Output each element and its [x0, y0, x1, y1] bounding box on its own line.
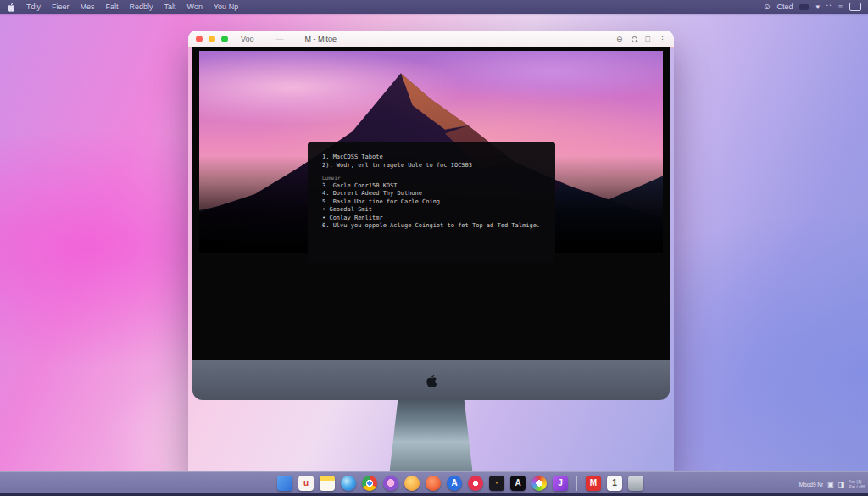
search-icon[interactable]: [632, 36, 637, 42]
display-icon[interactable]: ▣: [827, 481, 834, 488]
notes-dock-icon[interactable]: [320, 476, 335, 491]
orange-app-dock-icon[interactable]: [404, 476, 420, 491]
note-line: 1. MacCDSS Tabote: [322, 153, 547, 162]
menu-item-you-np[interactable]: You Np: [214, 3, 238, 11]
zoom-button[interactable]: [221, 36, 228, 42]
dock-status-line2: Pat / c8ff: [849, 484, 865, 489]
palette-app-dock-icon[interactable]: [531, 476, 547, 491]
clock-icon[interactable]: ⊙: [764, 3, 771, 11]
status-label: Cted: [776, 3, 793, 11]
new-window-icon[interactable]: □: [646, 35, 650, 43]
desktop: TdiyFieerMesFaltRedblyTaltWonYou Np ⊙ Ct…: [0, 0, 868, 496]
more-icon[interactable]: ⋮: [659, 35, 666, 43]
note-line: 5. Basle Uhr tine for Carle Coing: [322, 198, 547, 207]
chrome-dock-icon[interactable]: [362, 476, 377, 491]
menu-item-mes[interactable]: Mes: [81, 3, 95, 11]
note-line: 2). Wodr, erl tn ragele Uole to foc IOCS…: [322, 162, 547, 170]
apple-logo: [426, 374, 437, 387]
red-m-app-dock-icon[interactable]: M: [586, 476, 601, 491]
menu-item-redbly[interactable]: Redbly: [130, 3, 153, 11]
mail-app-glyph: u: [303, 479, 309, 488]
window-title: M - Mitoe: [305, 35, 337, 43]
titlebar-separator: —: [276, 35, 283, 43]
app-store-glyph: A: [451, 479, 457, 488]
dock-status-label: Mbod9 Nr: [799, 482, 824, 488]
app-store-dock-icon[interactable]: A: [447, 476, 462, 491]
red-orange-app-dock-icon[interactable]: [426, 476, 441, 491]
dots-icon[interactable]: ∷: [826, 3, 832, 11]
menu-bar: TdiyFieerMesFaltRedblyTaltWonYou Np ⊙ Ct…: [0, 0, 868, 14]
menu-item-tdiy[interactable]: Tdiy: [26, 3, 41, 11]
trash-dock-icon[interactable]: [628, 476, 643, 491]
note-line: Lumeir: [322, 174, 547, 182]
imac-screen: 1. MacCDSS Tabote2). Wodr, erl tn ragele…: [192, 47, 670, 360]
mail-app-dock-icon[interactable]: u: [298, 476, 314, 491]
dock: uA∙AJM1 Mbod9 Nr ▣ ◨ Am (3) Pat / c8ff: [0, 471, 868, 496]
notes-overlay-panel: 1. MacCDSS Tabote2). Wodr, erl tn ragele…: [308, 142, 555, 263]
note-line: • Geoedal Smit: [322, 206, 547, 215]
dock-status-lines: Am (3) Pat / c8ff: [849, 479, 865, 489]
dock-separator: [576, 476, 577, 491]
menu-items: TdiyFieerMesFaltRedblyTaltWonYou Np: [26, 3, 238, 11]
dock-icon-row: uA∙AJM1: [277, 476, 643, 491]
terminal-dark-dock-icon[interactable]: ∙: [489, 476, 504, 491]
apple-menu-icon[interactable]: [7, 3, 14, 12]
minimize-button[interactable]: [209, 36, 215, 42]
imac-chin: [192, 360, 670, 400]
window-titlebar[interactable]: Voo — M - Mitoe ⊖ □ ⋮: [188, 31, 674, 48]
dock-status-area: Mbod9 Nr ▣ ◨ Am (3) Pat / c8ff: [799, 474, 865, 494]
note-line: 3. Garle Conr150 KOST: [322, 182, 547, 191]
dark-a-app-dock-icon[interactable]: A: [510, 476, 526, 491]
calendar-dock-icon[interactable]: 1: [607, 476, 622, 491]
dark-a-app-glyph: A: [515, 479, 520, 488]
menu-item-falt[interactable]: Falt: [106, 3, 119, 11]
imac-stand: [390, 400, 473, 472]
j-purple-app-dock-icon[interactable]: J: [553, 476, 568, 491]
window-tab-label: Voo: [241, 35, 254, 43]
photos-purple-dock-icon[interactable]: [383, 476, 398, 491]
safari-dock-icon[interactable]: [341, 476, 356, 491]
finder-dock-icon[interactable]: [277, 476, 292, 491]
j-purple-app-glyph: J: [558, 479, 563, 488]
chevron-down-icon[interactable]: ▾: [815, 3, 820, 11]
red-m-app-glyph: M: [590, 479, 597, 488]
menu-item-talt[interactable]: Talt: [164, 3, 176, 11]
close-button[interactable]: [196, 36, 203, 42]
note-line: 6. Ulvu you oppole Acluge Coingiot to fe…: [322, 222, 547, 231]
badge-icon[interactable]: ⊖: [616, 35, 623, 43]
menu-item-won[interactable]: Won: [187, 3, 203, 11]
chat-icon[interactable]: ◨: [838, 481, 845, 488]
folder-icon[interactable]: [799, 4, 809, 10]
calendar-glyph: 1: [612, 479, 617, 488]
titlebar-toolbar: ⊖ □ ⋮: [616, 35, 666, 43]
note-line: 4. Docrert Adeed Thy Duthone: [322, 190, 547, 198]
terminal-dark-glyph: ∙: [496, 479, 498, 488]
menu-status-area: ⊙ Cted ▾ ∷ ≡: [764, 3, 861, 11]
music-dock-icon[interactable]: [468, 476, 483, 491]
menu-item-fieer[interactable]: Fieer: [52, 3, 70, 11]
app-window: Voo — M - Mitoe ⊖ □ ⋮: [188, 31, 674, 472]
note-line: • Conlay Renlitmr: [322, 215, 547, 223]
menu-list-icon[interactable]: ≡: [838, 3, 843, 11]
window-content: 1. MacCDSS Tabote2). Wodr, erl tn ragele…: [188, 47, 674, 472]
control-center-icon[interactable]: [849, 3, 861, 11]
